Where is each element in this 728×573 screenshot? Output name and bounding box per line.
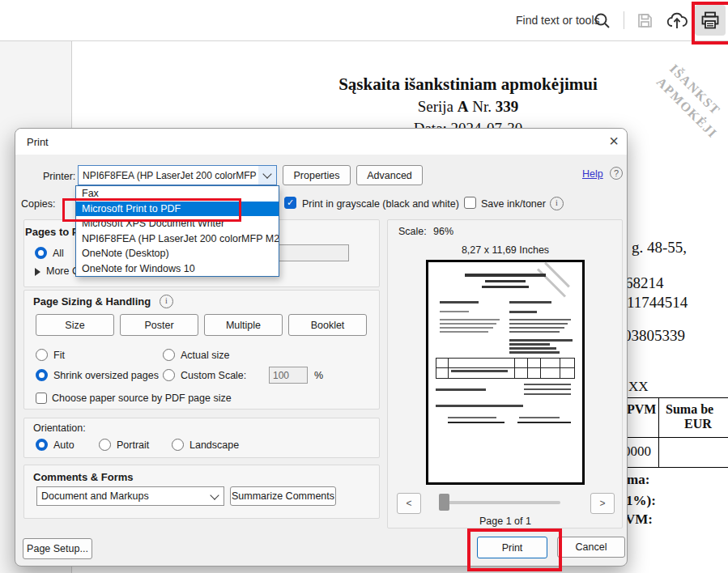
doc-table-line-bottom (624, 467, 728, 468)
thumb-text-bar (448, 417, 496, 418)
top-toolbar: Find text or tools (0, 0, 728, 41)
thumb-text-bar (509, 331, 560, 333)
custom-scale-input[interactable] (269, 367, 308, 384)
preview-slider-thumb[interactable] (439, 494, 449, 511)
shrink-radio[interactable] (36, 369, 48, 381)
save-ink-label: Save ink/toner (481, 198, 546, 210)
close-icon[interactable]: × (603, 131, 624, 152)
printer-select[interactable]: NPI6F8FEA (HP LaserJet 200 colorMFP M276… (78, 165, 277, 185)
printer-option-onenote-desktop[interactable]: OneNote (Desktop) (76, 246, 279, 261)
fit-radio[interactable] (36, 349, 48, 361)
preview-panel: Scale: 96% 8,27 x 11,69 Inches (387, 219, 623, 528)
print-button-toolbar[interactable] (695, 5, 726, 36)
thumb-watermark-bar (544, 262, 570, 288)
percent-label: % (314, 370, 323, 381)
thumb-text-bar (440, 319, 500, 320)
comments-select[interactable]: Document and Markups (36, 486, 224, 506)
shrink-label: Shrink oversized pages (53, 370, 159, 381)
choose-paper-checkbox[interactable] (36, 393, 47, 404)
page-setup-button[interactable]: Page Setup... (23, 538, 92, 559)
doc-serija-a: A (458, 98, 469, 115)
thumb-table-line (560, 359, 560, 378)
dialog-title: Print (27, 136, 49, 148)
choose-paper-label: Choose paper source by PDF page size (52, 393, 232, 404)
size-button[interactable]: Size (36, 314, 114, 336)
thumb-table-line (540, 359, 541, 378)
pages-all-radio[interactable] (35, 247, 47, 259)
grayscale-label: Print in grayscale (black and white) (302, 198, 459, 210)
summarize-comments-button[interactable]: Summarize Comments (230, 486, 336, 506)
printer-icon (700, 11, 720, 30)
doc-frag-num3: 03805339 (624, 327, 685, 345)
grayscale-checkbox[interactable]: ✓ (284, 197, 296, 209)
save-ink-checkbox[interactable] (464, 197, 476, 209)
thumb-text-bar (509, 311, 537, 313)
cloud-upload-icon[interactable] (666, 11, 688, 31)
actual-size-radio[interactable] (163, 349, 175, 361)
find-text-label[interactable]: Find text or tools (516, 14, 600, 27)
help-link[interactable]: Help (582, 168, 603, 180)
thumb-text-bar (440, 311, 469, 312)
doc-table-col-eur: EUR (684, 417, 712, 431)
help-question-icon[interactable]: ? (610, 167, 623, 180)
orientation-portrait-radio[interactable] (99, 439, 111, 451)
scale-value: 96% (433, 226, 453, 237)
multiple-button[interactable]: Multiple (204, 314, 283, 336)
next-page-button[interactable]: > (590, 493, 615, 514)
printer-option-onenote-win10[interactable]: OneNote for Windows 10 (76, 261, 279, 277)
thumb-text-bar (436, 388, 486, 391)
thumb-text-bar (524, 393, 571, 395)
dialog-titlebar (15, 129, 627, 155)
thumb-text-bar (451, 370, 508, 372)
printer-dropdown-list: Fax Microsoft Print to PDF Microsoft XPS… (75, 185, 279, 277)
info-icon[interactable]: i (550, 197, 564, 210)
poster-button[interactable]: Poster (120, 314, 198, 336)
doc-serija-pre: Serija (418, 98, 453, 115)
printer-select-value: NPI6F8FEA (HP LaserJet 200 colorMFP M276… (79, 170, 258, 181)
save-icon[interactable] (636, 12, 653, 29)
doc-title: Sąskaita išankstiniam apmokėjimui (298, 74, 638, 95)
orientation-heading: Orientation: (33, 422, 86, 434)
thumb-text-bar (509, 327, 564, 329)
cancel-button[interactable]: Cancel (557, 537, 625, 558)
printer-option-ms-print-to-pdf[interactable]: Microsoft Print to PDF (76, 202, 279, 217)
thumb-table-line (436, 367, 574, 368)
doc-serija-line: Serija A Nr. 339 (298, 98, 638, 116)
comments-select-chevron-wrap[interactable] (206, 487, 224, 505)
page-info: Page 1 of 1 (449, 516, 562, 527)
actual-size-label: Actual size (181, 350, 229, 361)
thumb-text-bar (509, 339, 573, 342)
doc-frag-suma: ma: (627, 472, 649, 488)
printer-option-npi[interactable]: NPI6F8FEA (HP LaserJet 200 colorMFP M276… (76, 231, 279, 247)
thumb-text-bar (436, 405, 523, 407)
preview-page-thumbnail (426, 260, 585, 485)
search-icon[interactable] (594, 12, 611, 30)
doc-table-col-suma: Suma be (666, 402, 713, 417)
preview-slider-track[interactable] (439, 501, 560, 504)
thumb-title-bar (465, 274, 546, 277)
advanced-button[interactable]: Advanced (356, 165, 423, 185)
properties-button[interactable]: Properties (283, 165, 351, 185)
prev-page-button[interactable]: < (397, 493, 421, 514)
thumb-signature-line (517, 422, 571, 423)
doc-frag-num1: 68214 (625, 274, 664, 292)
doc-frag-pvm: VM: (625, 511, 653, 528)
more-options-arrow-icon[interactable] (35, 268, 40, 276)
doc-serija-nr: Nr. (472, 98, 492, 115)
thumb-text-bar (524, 388, 571, 390)
doc-table-line-mid (624, 437, 728, 438)
orientation-landscape-radio[interactable] (172, 439, 184, 451)
orientation-landscape-label: Landscape (189, 439, 239, 451)
thumb-title-bar (482, 286, 529, 288)
printer-option-fax[interactable]: Fax (76, 186, 279, 202)
sizing-info-icon[interactable]: i (160, 295, 173, 308)
custom-scale-radio[interactable] (163, 369, 175, 381)
chevron-down-icon (210, 490, 219, 499)
printer-select-chevron-wrap[interactable] (258, 166, 276, 185)
print-button[interactable]: Print (477, 537, 547, 558)
comments-heading: Comments & Forms (33, 471, 134, 483)
orientation-auto-radio[interactable] (36, 439, 48, 451)
booklet-button[interactable]: Booklet (288, 314, 367, 336)
thumb-signature-line (448, 422, 504, 423)
printer-option-xps[interactable]: Microsoft XPS Document Writer (76, 216, 279, 231)
